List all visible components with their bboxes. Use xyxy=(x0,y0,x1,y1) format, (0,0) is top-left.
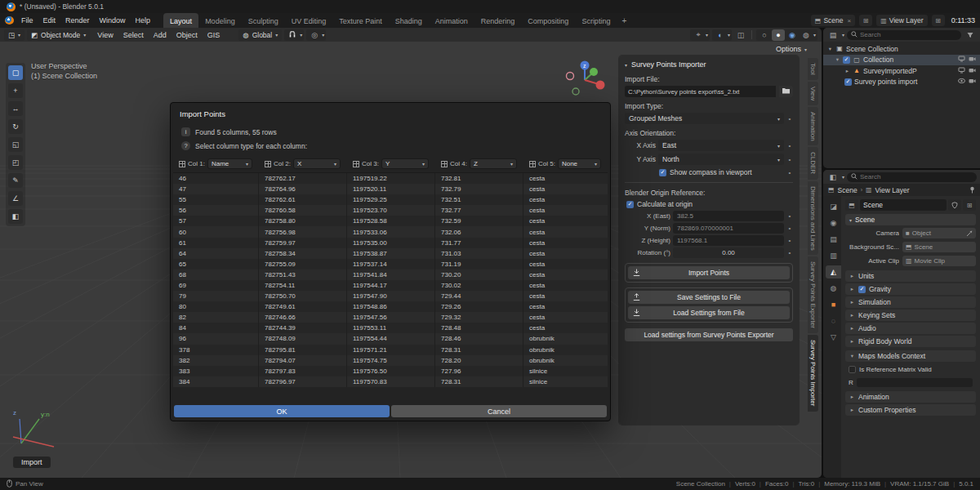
properties-tab-render[interactable]: ◉ xyxy=(826,216,841,229)
load-from-exporter-button[interactable]: Load settings from Survey Points Exporte… xyxy=(625,328,793,341)
table-row[interactable]: 61782759.971197535.00731.77cesta xyxy=(173,238,608,248)
table-row[interactable]: 79782750.701197547.90729.44cesta xyxy=(173,291,608,301)
table-row[interactable]: 65782755.091197537.14731.19cesta xyxy=(173,259,608,270)
table-row[interactable]: 382782794.071197574.75728.20obrubnik xyxy=(173,355,608,366)
table-row[interactable]: 56782760.581197523.70732.77cesta xyxy=(173,205,608,216)
table-row[interactable]: 383782797.831197576.50727.96silnice xyxy=(173,366,608,376)
menu-window[interactable]: Window xyxy=(95,16,131,25)
shield-icon[interactable] xyxy=(948,199,961,211)
x-axis-select[interactable]: East ▾ xyxy=(658,140,784,151)
show-compass-checkbox[interactable]: ✓ xyxy=(659,169,666,176)
eyedropper-icon[interactable] xyxy=(966,230,973,237)
properties-tab-object-data[interactable]: ▽ xyxy=(826,331,841,344)
expand-arrow-icon[interactable]: ▸ xyxy=(844,68,850,74)
active-clip-picker[interactable]: ▥ Movie Clip xyxy=(902,256,976,266)
viewport-menu-select[interactable]: Select xyxy=(118,30,149,40)
workspace-tab-modeling[interactable]: Modeling xyxy=(198,13,242,28)
workspace-tab-compositing[interactable]: Compositing xyxy=(521,13,575,28)
workspace-tab-uv-editing[interactable]: UV Editing xyxy=(285,13,333,28)
side-tab-tool[interactable]: Tool xyxy=(808,58,818,80)
scale-tool-button[interactable]: ◱ xyxy=(8,137,23,152)
panel-audio[interactable]: ▸Audio xyxy=(845,323,976,334)
panel-animation[interactable]: ▸Animation xyxy=(845,391,976,403)
side-tab-dimensions-and-lines[interactable]: Dimensions and Lines xyxy=(808,181,818,256)
properties-tab-tool[interactable]: ◪ xyxy=(826,200,841,213)
table-row[interactable]: 46782762.171197519.22732.81cesta xyxy=(173,173,608,184)
panel-gravity[interactable]: ▸✓Gravity xyxy=(845,283,976,295)
shading-solid-icon[interactable]: ● xyxy=(772,29,785,41)
breadcrumb-scene[interactable]: Scene xyxy=(838,186,858,194)
tweak-select-tool-button[interactable]: ▢ xyxy=(8,65,23,80)
table-row[interactable]: 57782758.801197528.58732.59cesta xyxy=(173,216,608,226)
gizmo-negative-x-axis[interactable] xyxy=(567,73,574,80)
shading-material-icon[interactable]: ◉ xyxy=(786,29,799,41)
menu-help[interactable]: Help xyxy=(131,16,156,25)
properties-tab-physics[interactable]: ◌ xyxy=(826,314,841,327)
xray-toggle-icon[interactable]: ◫ xyxy=(734,29,747,41)
camera-icon[interactable] xyxy=(969,78,976,86)
table-row[interactable]: 82782746.661197547.56729.32cesta xyxy=(173,312,608,323)
gizmo-negative-y-axis[interactable] xyxy=(572,88,579,95)
table-row[interactable]: 68782751.431197541.84730.20cesta xyxy=(173,270,608,280)
shading-rendered-icon[interactable]: ◍ xyxy=(800,29,813,41)
menu-render[interactable]: Render xyxy=(60,16,95,25)
column-type-select-4[interactable]: Z▾ xyxy=(470,158,517,169)
pin-icon[interactable] xyxy=(969,186,975,194)
import-points-button[interactable]: Import Points xyxy=(628,266,790,279)
panel-maps-models-context[interactable]: ▾ Maps Models Context xyxy=(845,350,976,362)
viewport-menu-view[interactable]: View xyxy=(92,30,118,40)
workspace-tab-texture-paint[interactable]: Texture Paint xyxy=(332,13,389,28)
expand-arrow-icon[interactable]: ▾ xyxy=(827,46,833,52)
properties-tab-object[interactable]: ■ xyxy=(826,298,841,311)
keyframe-dot-icon[interactable]: • xyxy=(786,249,793,256)
import-file-input[interactable]: C:\Python\Survey points export\ss_2.txt xyxy=(625,86,776,97)
side-tab-animation[interactable]: Animation xyxy=(808,107,818,146)
outliner-row-surveyimportedp[interactable]: ▸ ▲ SurveyImportedP xyxy=(823,65,980,77)
menu-file[interactable]: File xyxy=(16,16,38,25)
table-row[interactable]: 55782762.611197529.25732.51cesta xyxy=(173,194,608,205)
add-workspace-button[interactable]: + xyxy=(617,16,631,25)
properties-tab-scene[interactable]: ◭ xyxy=(826,265,841,278)
side-tab-clder[interactable]: CLDER xyxy=(808,147,818,179)
outliner-row-collection[interactable]: ▾ ✓ ▢ Collection xyxy=(823,55,980,66)
table-row[interactable]: 69782754.111197544.17730.02cesta xyxy=(173,280,608,291)
column-type-select-1[interactable]: Name▾ xyxy=(207,158,252,169)
navigation-gizmo[interactable]: z xyxy=(564,58,609,104)
gizmo-y-axis[interactable] xyxy=(590,68,598,76)
cursor-tool-button[interactable]: + xyxy=(8,83,23,98)
scene-selector[interactable]: ⬒ Scene × xyxy=(811,15,855,26)
table-row[interactable]: 60782756.981197533.06732.06cesta xyxy=(173,226,608,237)
panel-custom-properties[interactable]: ▸Custom Properties xyxy=(845,404,976,416)
view-layer-selector[interactable]: ▥ View Layer xyxy=(876,15,927,26)
expand-arrow-icon[interactable]: ▾ xyxy=(835,56,840,63)
keyframe-dot-icon[interactable]: • xyxy=(786,169,793,176)
workspace-tab-rendering[interactable]: Rendering xyxy=(474,13,522,28)
table-row[interactable]: 64782758.341197538.87731.03cesta xyxy=(173,248,608,259)
unlink-scene-icon[interactable]: × xyxy=(847,17,851,24)
r-property-field[interactable] xyxy=(857,378,973,387)
properties-search[interactable] xyxy=(847,172,977,182)
viewport-menu-gis[interactable]: GIS xyxy=(203,30,225,40)
is-reference-matrix-valid-checkbox[interactable] xyxy=(849,366,856,373)
outliner-search[interactable] xyxy=(847,30,961,40)
panel-rigid-body-world[interactable]: ▸Rigid Body World xyxy=(845,336,976,347)
scene-section-header[interactable]: ▾ Scene xyxy=(845,214,976,225)
collection-checkbox[interactable]: ✓ xyxy=(843,56,850,64)
column-type-select-2[interactable]: X▾ xyxy=(293,158,341,169)
snapping-controls[interactable]: ▾ xyxy=(284,29,304,41)
properties-tab-world[interactable]: ◍ xyxy=(826,282,841,295)
workspace-tab-sculpting[interactable]: Sculpting xyxy=(242,13,285,28)
app-menu-icon[interactable] xyxy=(5,16,14,24)
properties-tab-output[interactable]: ▤ xyxy=(826,233,841,246)
keyframe-dot-icon[interactable]: • xyxy=(786,212,793,220)
collection-checkbox[interactable]: ✓ xyxy=(844,78,852,86)
save-settings-button[interactable]: Save Settings to File xyxy=(628,291,790,304)
keyframe-dot-icon[interactable]: • xyxy=(786,237,793,244)
table-row[interactable]: 384782796.971197570.83728.31silnice xyxy=(173,376,608,387)
outliner-row-survey-points-import[interactable]: ✓ Survey points import xyxy=(823,77,980,88)
workspace-tab-shading[interactable]: Shading xyxy=(389,13,429,28)
column-type-select-3[interactable]: Y▾ xyxy=(381,158,429,169)
properties-editor-icon[interactable]: ◧ xyxy=(826,172,840,183)
workspace-tab-scripting[interactable]: Scripting xyxy=(575,13,617,28)
calculate-at-origin-checkbox[interactable]: ✓ xyxy=(626,201,634,208)
